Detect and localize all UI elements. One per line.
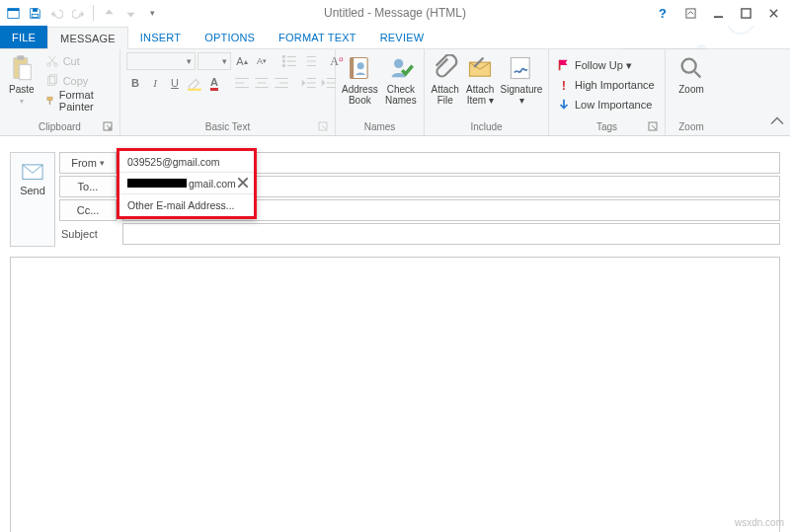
remove-account-icon[interactable] — [236, 176, 250, 190]
paste-button[interactable]: Paste ▾ — [6, 52, 38, 106]
svg-rect-30 — [512, 58, 530, 79]
low-importance-icon — [557, 98, 571, 112]
italic-button[interactable]: I — [146, 74, 164, 92]
tags-dialog-launcher[interactable] — [647, 121, 659, 133]
from-menu-item-2[interactable]: gmail.com — [119, 173, 254, 194]
tab-file[interactable]: FILE — [0, 26, 47, 48]
group-label-clipboard: Clipboard — [39, 121, 81, 132]
high-importance-button[interactable]: ! High Importance — [555, 76, 657, 94]
close-icon[interactable] — [760, 2, 786, 24]
minimize-icon[interactable] — [705, 2, 731, 24]
next-item-icon[interactable] — [121, 3, 139, 23]
signature-label: Signature ▾ — [501, 84, 543, 106]
send-label: Send — [20, 185, 45, 196]
svg-rect-5 — [33, 8, 38, 11]
cut-icon — [45, 54, 59, 68]
help-icon[interactable]: ? — [650, 2, 675, 24]
from-button[interactable]: From▾ — [59, 152, 117, 174]
check-names-button[interactable]: Check Names — [384, 52, 418, 106]
attach-item-icon — [466, 54, 494, 82]
subject-input[interactable] — [122, 223, 780, 245]
signature-icon — [508, 54, 535, 82]
low-importance-button[interactable]: Low Importance — [555, 96, 657, 114]
attach-file-label: Attach File — [432, 84, 459, 106]
subject-label: Subject — [59, 223, 117, 245]
bullets-button[interactable] — [280, 52, 298, 70]
format-painter-button[interactable]: Format Painter — [43, 92, 114, 110]
qat-customize-icon[interactable]: ▾ — [143, 3, 161, 23]
ribbon: Paste ▾ Cut Copy Format Painter Clipboar… — [0, 49, 790, 136]
redo-icon[interactable] — [69, 3, 87, 23]
address-book-button[interactable]: Address Book — [342, 52, 378, 106]
svg-rect-6 — [32, 14, 39, 17]
basic-text-dialog-launcher[interactable] — [317, 121, 329, 133]
zoom-button[interactable]: Zoom — [672, 52, 711, 95]
svg-point-20 — [282, 55, 284, 57]
align-center-button[interactable] — [253, 74, 271, 92]
collapse-ribbon-icon[interactable] — [768, 114, 786, 131]
follow-up-button[interactable]: Follow Up ▾ — [555, 56, 657, 74]
watermark: wsxdn.com — [735, 517, 784, 528]
maximize-icon[interactable] — [733, 2, 758, 24]
attach-item-button[interactable]: Attach Item ▾ — [466, 52, 496, 106]
numbering-button[interactable] — [300, 52, 318, 70]
group-basic-text: ▾ ▾ A▴ A▾ Aᵅ B I U A — [120, 49, 336, 135]
attach-file-button[interactable]: Attach File — [431, 52, 460, 106]
highlight-button[interactable] — [186, 74, 203, 92]
tab-options[interactable]: OPTIONS — [193, 26, 267, 48]
svg-rect-12 — [19, 65, 31, 80]
cc-button[interactable]: Cc... — [59, 199, 117, 221]
from-menu-item-other[interactable]: Other E-mail Address... — [119, 194, 254, 216]
check-names-label: Check Names — [385, 84, 417, 106]
align-left-button[interactable] — [233, 74, 251, 92]
control-menu-icon[interactable] — [4, 3, 22, 23]
tab-message[interactable]: MESSAGE — [47, 27, 128, 49]
cut-button[interactable]: Cut — [43, 52, 114, 70]
ribbon-tabs: FILE MESSAGE INSERT OPTIONS FORMAT TEXT … — [0, 26, 790, 49]
copy-icon — [45, 74, 59, 88]
underline-button[interactable]: U — [166, 74, 184, 92]
message-body[interactable] — [10, 257, 780, 532]
svg-rect-11 — [17, 55, 24, 60]
group-label-tags: Tags — [596, 121, 617, 132]
group-label-include: Include — [431, 119, 542, 135]
svg-rect-23 — [188, 89, 201, 91]
zoom-label: Zoom — [678, 84, 704, 95]
font-size-select[interactable]: ▾ — [198, 52, 231, 70]
copy-button[interactable]: Copy — [43, 72, 114, 90]
svg-rect-7 — [685, 8, 694, 17]
svg-rect-26 — [351, 58, 355, 79]
attach-file-icon — [432, 54, 459, 82]
svg-rect-9 — [741, 8, 750, 17]
tab-review[interactable]: REVIEW — [368, 26, 436, 48]
ribbon-display-options-icon[interactable] — [677, 2, 703, 24]
previous-item-icon[interactable] — [100, 3, 118, 23]
bold-button[interactable]: B — [126, 74, 144, 92]
flag-icon — [557, 58, 571, 72]
group-include: Attach File Attach Item ▾ Signature ▾ In… — [425, 49, 549, 135]
align-right-button[interactable] — [273, 74, 290, 92]
to-button[interactable]: To... — [59, 176, 117, 197]
save-icon[interactable] — [26, 3, 43, 23]
paste-label: Paste — [9, 84, 35, 95]
group-clipboard: Paste ▾ Cut Copy Format Painter Clipboar… — [0, 49, 120, 135]
high-importance-icon: ! — [557, 78, 571, 92]
font-color-button[interactable]: A — [205, 74, 223, 92]
svg-rect-17 — [47, 97, 52, 100]
attach-item-label: Attach Item ▾ — [466, 84, 494, 106]
signature-button[interactable]: Signature ▾ — [501, 52, 542, 106]
paste-icon — [8, 54, 36, 82]
from-menu-item-1[interactable]: 039525@gmail.com — [119, 151, 254, 173]
check-names-icon — [387, 54, 415, 82]
undo-icon[interactable] — [47, 3, 65, 23]
clipboard-dialog-launcher[interactable] — [102, 121, 114, 133]
tab-insert[interactable]: INSERT — [128, 26, 193, 48]
group-zoom: Zoom Zoom — [666, 49, 717, 135]
send-button[interactable]: Send — [10, 152, 55, 247]
font-family-select[interactable]: ▾ — [126, 52, 196, 70]
grow-font-button[interactable]: A▴ — [233, 52, 251, 70]
shrink-font-button[interactable]: A▾ — [253, 52, 271, 70]
quick-access-toolbar: ▾ — [4, 3, 161, 23]
decrease-indent-button[interactable] — [300, 74, 318, 92]
tab-format-text[interactable]: FORMAT TEXT — [267, 26, 368, 48]
